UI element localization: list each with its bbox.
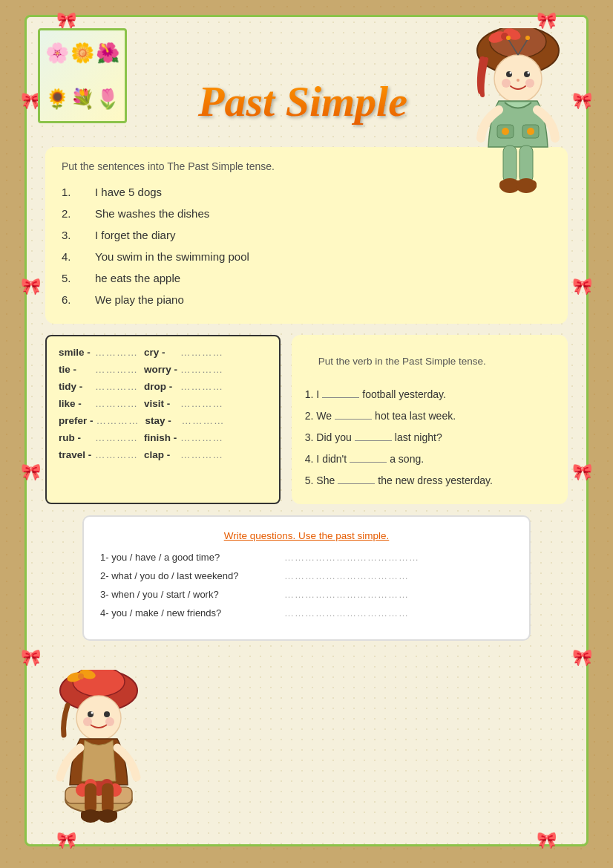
verb-item-like: like - ………… — [59, 398, 138, 409]
bow-right-low: 🎀 — [572, 648, 592, 668]
q-item-4: 4- you / make / new friends? ……………………………… — [100, 607, 513, 619]
sentence-num-4: 4. — [62, 250, 95, 263]
sentence-num-1: 1. — [62, 186, 95, 198]
question-box-title: Write questions. Use the past simple. — [100, 530, 513, 541]
verb-row-6: rub - ………… finish - ………… — [59, 432, 267, 443]
verb-dots-smile: ………… — [95, 347, 138, 358]
verb-label-like: like - — [59, 398, 92, 409]
svg-point-19 — [502, 128, 509, 135]
svg-point-9 — [528, 72, 530, 74]
verb-dots-stay: ………… — [182, 415, 225, 426]
bow-bottom-right: 🎀 — [537, 831, 557, 850]
verb-label-finish: finish - — [144, 432, 177, 443]
sentence-item-4: 4. You swim in the swimming pool — [62, 246, 551, 267]
q-text-2: 2- what / you do / last weekend? — [100, 570, 278, 581]
q-item-2: 2- what / you do / last weekend? …………………… — [100, 570, 513, 581]
svg-point-8 — [510, 72, 512, 74]
verb-item-worry: worry - ………… — [144, 364, 223, 375]
sentence-text-4: You swim in the swimming pool — [95, 250, 249, 263]
svg-point-34 — [104, 711, 110, 717]
q-text-1: 1- you / have / a good time? — [100, 552, 278, 563]
verb-item-prefer: prefer - ………… — [59, 415, 140, 426]
svg-rect-21 — [503, 146, 517, 183]
page-title: Past Simple — [198, 76, 407, 126]
svg-point-12 — [525, 79, 534, 88]
svg-point-16 — [525, 36, 530, 40]
sentence-text-5: he eats the apple — [95, 272, 180, 284]
verb-row-5: prefer - ………… stay - ………… — [59, 415, 267, 426]
ps5-end: the new dress yesterday. — [378, 474, 493, 486]
svg-point-36 — [83, 717, 92, 726]
verb-label-rub: rub - — [59, 432, 92, 443]
ps2-end: hot tea last week. — [375, 410, 456, 422]
svg-rect-26 — [516, 180, 537, 189]
past-sentence-2: 2. We hot tea last week. — [305, 408, 554, 422]
verb-item-smile: smile - ………… — [59, 347, 138, 358]
bow-left-mid: 🎀 — [21, 277, 41, 296]
verb-row-2: tie - ………… worry - ………… — [59, 364, 267, 375]
sentence-num-2: 2. — [62, 207, 95, 220]
verb-row-7: travel - ………… clap - ………… — [59, 449, 267, 460]
ps3-end: last night? — [395, 431, 442, 443]
svg-rect-46 — [102, 783, 114, 813]
q-item-1: 1- you / have / a good time? ……………………………… — [100, 552, 513, 563]
q-item-3: 3- when / you / start / work? …………………………… — [100, 589, 513, 600]
verb-label-smile: smile - — [59, 347, 92, 358]
bow-right-bot: 🎀 — [572, 463, 592, 482]
svg-rect-22 — [519, 146, 533, 183]
verb-label-stay: stay - — [145, 415, 179, 426]
q-dots-1: ………………………………… — [284, 552, 419, 563]
ps2-num: 2. We — [305, 410, 332, 422]
sentence-num-5: 5. — [62, 272, 95, 284]
bow-bottom-left: 🎀 — [56, 831, 76, 850]
sentence-num-3: 3. — [62, 229, 95, 241]
sentence-item-5: 5. he eats the apple — [62, 267, 551, 289]
verb-item-drop: drop - ………… — [144, 381, 223, 392]
verb-row-3: tidy - ………… drop - ………… — [59, 381, 267, 392]
verb-label-cry: cry - — [144, 347, 177, 358]
verb-item-finish: finish - ………… — [144, 432, 223, 443]
q-dots-3: ……………………………… — [284, 589, 409, 600]
verb-label-prefer: prefer - — [59, 415, 94, 426]
bow-right-top: 🎀 — [572, 91, 592, 111]
past-sentence-5: 5. She the new dress yesterday. — [305, 472, 554, 486]
ps3-blank — [355, 429, 392, 441]
ps4-blank — [350, 451, 387, 463]
past-box: Put the verb in the Past Simple tense. 1… — [292, 335, 568, 504]
verb-item-visit: visit - ………… — [144, 398, 223, 409]
verb-item-tidy: tidy - ………… — [59, 381, 138, 392]
doll-top-right — [460, 28, 575, 229]
verb-item-stay: stay - ………… — [145, 415, 225, 426]
verb-dots-tie: ………… — [95, 364, 138, 375]
q-text-4: 4- you / make / new friends? — [100, 607, 278, 619]
svg-point-20 — [527, 128, 534, 135]
q-dots-2: ……………………………… — [284, 570, 409, 581]
verb-label-tidy: tidy - — [59, 381, 92, 392]
verb-item-clap: clap - ………… — [144, 449, 223, 460]
verb-dots-clap: ………… — [180, 449, 223, 460]
svg-point-15 — [506, 36, 511, 40]
verb-dots-worry: ………… — [180, 364, 223, 375]
flower-decoration: 🌸🌼🌺🌻💐🌷 — [38, 28, 127, 123]
verb-dots-finish: ………… — [180, 432, 223, 443]
bottom-row: smile - ………… cry - ………… tie - ………… worry… — [45, 335, 568, 504]
svg-point-37 — [105, 717, 114, 726]
past-sentence-4: 4. I didn't a song. — [305, 451, 554, 465]
verb-dots-rub: ………… — [95, 432, 138, 443]
verb-item-rub: rub - ………… — [59, 432, 138, 443]
ps5-num: 5. She — [305, 474, 335, 486]
bow-left-low: 🎀 — [21, 648, 41, 668]
verb-label-worry: worry - — [144, 364, 177, 375]
verb-label-travel: travel - — [59, 449, 92, 460]
svg-rect-45 — [85, 783, 96, 813]
verb-dots-prefer: ………… — [96, 415, 140, 426]
verb-label-tie: tie - — [59, 364, 92, 375]
past-sentence-3: 3. Did you last night? — [305, 429, 554, 443]
question-box: Write questions. Use the past simple. 1-… — [82, 515, 531, 641]
verb-row-1: smile - ………… cry - ………… — [59, 347, 267, 358]
svg-point-31 — [78, 673, 84, 679]
q-dots-4: ……………………………… — [284, 607, 409, 619]
ps1-end: football yesterday. — [362, 388, 446, 400]
verb-dots-like: ………… — [95, 398, 138, 409]
verb-label-visit: visit - — [144, 398, 177, 409]
